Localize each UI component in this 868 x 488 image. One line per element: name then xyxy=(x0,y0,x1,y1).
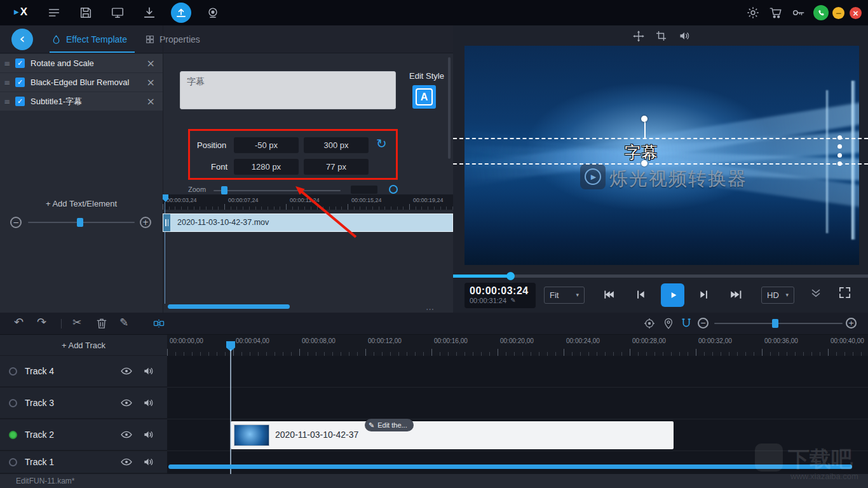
drag-handle-icon[interactable]: ≡ xyxy=(4,79,10,86)
clip-trim-handle[interactable] xyxy=(163,214,170,231)
effect-list-item[interactable]: ≡ ✓ Rotate and Scale × xyxy=(0,54,163,72)
video-preview[interactable]: ▶ 烁光视频转换器 xyxy=(465,46,859,265)
download-icon[interactable] xyxy=(142,6,156,20)
record-icon[interactable] xyxy=(206,6,220,20)
split-clip-icon[interactable] xyxy=(153,317,165,330)
checkbox-checked[interactable]: ✓ xyxy=(15,97,25,106)
edit-pencil-icon[interactable]: ✎ xyxy=(119,317,128,328)
properties-scrollbar[interactable] xyxy=(448,57,451,159)
timeline-zoom-slider[interactable] xyxy=(714,323,843,324)
position-x-field[interactable]: -50 px xyxy=(234,137,299,153)
tab-effect-template[interactable]: Effect Template xyxy=(51,25,127,53)
subtitle-overlay-text[interactable]: 字幕 xyxy=(625,142,658,164)
drag-handle-icon[interactable]: ≡ xyxy=(4,60,10,67)
crop-tool-icon[interactable] xyxy=(655,30,667,42)
zoom-value-box[interactable] xyxy=(351,186,377,194)
selection-side-handle[interactable] xyxy=(837,153,842,158)
delete-trash-icon[interactable] xyxy=(95,317,108,330)
timeline-zoom-out-button[interactable]: − xyxy=(698,318,709,329)
mute-speaker-icon[interactable] xyxy=(142,365,155,377)
mini-timeline-clip[interactable]: 2020-11-03-10-42-37.mov xyxy=(163,214,453,232)
monitor-icon[interactable] xyxy=(111,6,125,20)
visibility-eye-icon[interactable] xyxy=(120,396,133,409)
seek-bar-track[interactable] xyxy=(453,274,868,278)
mute-speaker-icon[interactable] xyxy=(142,428,155,441)
font-height-field[interactable]: 77 px xyxy=(304,159,369,175)
selection-side-handle[interactable] xyxy=(837,161,842,166)
remove-effect-icon[interactable]: × xyxy=(147,58,155,69)
collapse-double-chevron-icon[interactable] xyxy=(809,286,823,300)
undo-icon[interactable]: ↶ xyxy=(14,316,24,328)
scissors-cut-icon[interactable]: ✂ xyxy=(72,317,81,328)
timeline-zoom-handle[interactable] xyxy=(221,186,227,194)
track-lane[interactable] xyxy=(167,356,868,388)
track-indicator[interactable] xyxy=(9,399,17,407)
magnet-snap-icon[interactable] xyxy=(680,317,693,330)
marker-pin-icon[interactable] xyxy=(662,317,675,330)
play-button[interactable] xyxy=(661,283,684,307)
visibility-eye-icon[interactable] xyxy=(120,365,133,377)
track-header[interactable]: Track 2 xyxy=(0,419,167,451)
back-button[interactable]: ‹ xyxy=(11,29,33,50)
visibility-eye-icon[interactable] xyxy=(120,456,133,468)
fullscreen-icon[interactable] xyxy=(837,285,852,300)
tab-properties[interactable]: Properties xyxy=(145,25,200,53)
skip-to-end-button[interactable] xyxy=(729,288,743,301)
move-tool-icon[interactable] xyxy=(632,30,645,43)
timeline-zoom-in-button[interactable]: + xyxy=(846,318,857,329)
key-icon[interactable] xyxy=(791,6,805,20)
seek-handle[interactable] xyxy=(506,272,515,280)
track-header[interactable]: Track 4 xyxy=(0,356,167,388)
zoom-reset-button[interactable] xyxy=(389,185,398,194)
cart-icon[interactable] xyxy=(769,6,783,20)
timeline-zoom-slider-handle[interactable] xyxy=(772,319,778,328)
close-window-button[interactable]: × xyxy=(850,7,862,19)
contact-phone-button[interactable] xyxy=(813,5,829,20)
track-header[interactable]: Track 1 xyxy=(0,451,167,474)
checkbox-checked[interactable]: ✓ xyxy=(15,78,25,87)
quality-dropdown[interactable]: HD ▾ xyxy=(761,287,794,304)
add-text-element-button[interactable]: + Add Text/Element xyxy=(0,196,163,212)
track-header[interactable]: Track 3 xyxy=(0,388,167,419)
mini-timeline-scrollbar[interactable] xyxy=(168,304,290,309)
keyframe-target-icon[interactable] xyxy=(643,317,656,330)
visibility-eye-icon[interactable] xyxy=(120,428,133,441)
track-indicator[interactable] xyxy=(9,458,17,466)
minimize-button[interactable]: − xyxy=(832,7,844,19)
fit-dropdown[interactable]: Fit ▾ xyxy=(544,287,585,304)
volume-icon[interactable] xyxy=(678,29,691,43)
left-zoom-handle[interactable] xyxy=(77,218,83,227)
track-lane[interactable] xyxy=(167,388,868,419)
edit-style-button[interactable]: A xyxy=(412,85,436,109)
skip-to-start-button[interactable] xyxy=(602,288,615,301)
timeline-ruler[interactable]: 00:00:00,00 00:00:04,00 00:00:08,00 00:0… xyxy=(167,335,868,356)
selection-side-handle[interactable] xyxy=(837,144,842,149)
rotate-handle[interactable] xyxy=(641,116,648,122)
mute-speaker-icon[interactable] xyxy=(142,456,155,468)
mini-timeline-ruler[interactable]: 00:00:03,24 00:00:07,24 00:00:11,24 00:0… xyxy=(163,194,453,210)
reset-position-icon[interactable]: ↻ xyxy=(376,137,387,150)
checkbox-checked[interactable]: ✓ xyxy=(15,58,25,68)
remove-effect-icon[interactable]: × xyxy=(147,78,155,88)
font-width-field[interactable]: 1280 px xyxy=(234,159,299,175)
settings-gear-icon[interactable] xyxy=(746,6,760,20)
timeline-clip[interactable]: 2020-11-03-10-42-37 xyxy=(231,421,674,449)
playhead-line[interactable] xyxy=(230,349,231,474)
next-frame-button[interactable] xyxy=(698,288,711,301)
track-indicator[interactable] xyxy=(9,367,17,376)
effect-list-item[interactable]: ≡ ✓ Black-Edged Blur Removal × xyxy=(0,73,163,92)
edit-time-pencil-icon[interactable]: ✎ xyxy=(510,297,515,304)
subtitle-text-input[interactable]: 字幕 xyxy=(180,71,396,109)
position-y-field[interactable]: 300 px xyxy=(304,137,369,153)
drag-handle-icon[interactable]: ≡ xyxy=(4,98,10,105)
export-button[interactable] xyxy=(171,3,191,23)
mute-speaker-icon[interactable] xyxy=(142,396,155,409)
clip-tooltip[interactable]: ✎ Edit the... xyxy=(365,419,414,431)
save-icon[interactable] xyxy=(79,6,93,20)
add-track-button[interactable]: + Add Track xyxy=(0,335,167,356)
selection-side-handle[interactable] xyxy=(837,135,842,140)
remove-effect-icon[interactable]: × xyxy=(147,97,155,107)
track-indicator-active[interactable] xyxy=(9,431,17,439)
previous-frame-button[interactable] xyxy=(634,288,647,301)
timeline-scrollbar[interactable] xyxy=(168,464,852,469)
